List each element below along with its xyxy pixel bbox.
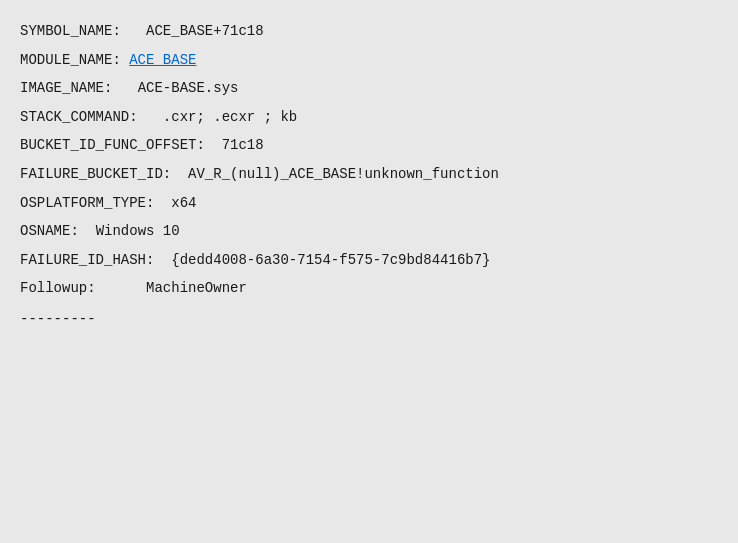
osplatform-type-label: OSPLATFORM_TYPE: — [20, 190, 171, 217]
osname-label: OSNAME: — [20, 218, 96, 245]
osplatform-type-value: x64 — [171, 190, 196, 217]
bucket-id-func-offset-line: BUCKET_ID_FUNC_OFFSET: 71c18 — [20, 132, 718, 159]
failure-id-hash-value: {dedd4008-6a30-7154-f575-7c9bd84416b7} — [171, 247, 490, 274]
bucket-id-func-offset-label: BUCKET_ID_FUNC_OFFSET: — [20, 132, 222, 159]
stack-command-label: STACK_COMMAND: — [20, 104, 163, 131]
separator-line: --------- — [20, 306, 718, 333]
image-name-line: IMAGE_NAME: ACE-BASE.sys — [20, 75, 718, 102]
followup-value: MachineOwner — [146, 275, 247, 302]
stack-command-value: .cxr; .ecxr ; kb — [163, 104, 297, 131]
module-name-link[interactable]: ACE_BASE — [129, 47, 196, 74]
module-name-line: MODULE_NAME: ACE_BASE — [20, 47, 718, 74]
followup-label: Followup: — [20, 275, 146, 302]
failure-bucket-id-line: FAILURE_BUCKET_ID: AV_R_(null)_ACE_BASE!… — [20, 161, 718, 188]
followup-line: Followup: MachineOwner — [20, 275, 718, 302]
failure-bucket-id-label: FAILURE_BUCKET_ID: — [20, 161, 188, 188]
osname-value: Windows 10 — [96, 218, 180, 245]
osplatform-type-line: OSPLATFORM_TYPE: x64 — [20, 190, 718, 217]
failure-id-hash-label: FAILURE_ID_HASH: — [20, 247, 171, 274]
debug-output: SYMBOL_NAME: ACE_BASE+71c18 MODULE_NAME:… — [20, 18, 718, 333]
image-name-label: IMAGE_NAME: — [20, 75, 138, 102]
module-name-label: MODULE_NAME: — [20, 47, 129, 74]
failure-bucket-id-value: AV_R_(null)_ACE_BASE!unknown_function — [188, 161, 499, 188]
osname-line: OSNAME: Windows 10 — [20, 218, 718, 245]
symbol-name-value: ACE_BASE+71c18 — [146, 18, 264, 45]
stack-command-line: STACK_COMMAND: .cxr; .ecxr ; kb — [20, 104, 718, 131]
failure-id-hash-line: FAILURE_ID_HASH: {dedd4008-6a30-7154-f57… — [20, 247, 718, 274]
symbol-name-line: SYMBOL_NAME: ACE_BASE+71c18 — [20, 18, 718, 45]
bucket-id-func-offset-value: 71c18 — [222, 132, 264, 159]
image-name-value: ACE-BASE.sys — [138, 75, 239, 102]
symbol-name-label: SYMBOL_NAME: — [20, 18, 146, 45]
